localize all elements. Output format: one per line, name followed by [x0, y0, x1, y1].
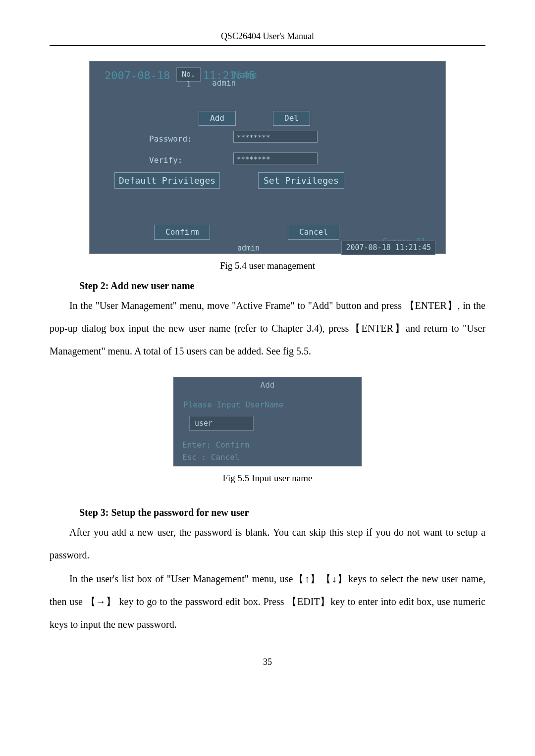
- password-input[interactable]: ********: [233, 131, 318, 143]
- bottom-admin-label: admin: [237, 243, 260, 254]
- user-management-screenshot: 2007-08-18 Sat 11:21:45 No. Name 1 admin…: [89, 61, 446, 254]
- set-privileges-button[interactable]: Set Privileges: [258, 172, 344, 189]
- step2-paragraph: In the "User Management" menu, move "Act…: [50, 294, 485, 362]
- enter-hint: Enter: Confirm: [182, 439, 249, 451]
- step2-heading: Step 2: Add new user name: [79, 278, 485, 293]
- cancel-button[interactable]: Cancel: [288, 225, 339, 240]
- page-number: 35: [50, 655, 485, 669]
- user-admin-label: admin: [212, 77, 236, 89]
- step3-heading: Step 3: Setup the password for new user: [79, 505, 485, 520]
- password-label: Password:: [149, 133, 192, 145]
- name-label: Name: [233, 67, 257, 82]
- bottom-datetime: 2007-08-18 11:21:45: [341, 241, 435, 255]
- add-button[interactable]: Add: [199, 111, 236, 126]
- fig-5-5-caption: Fig 5.5 Input user name: [50, 471, 485, 486]
- add-dialog-title: Add: [173, 379, 362, 391]
- confirm-button[interactable]: Confirm: [154, 225, 210, 240]
- page-header: QSC26404 User's Manual: [50, 30, 485, 43]
- verify-label: Verify:: [149, 154, 182, 166]
- verify-input[interactable]: ********: [233, 152, 318, 164]
- header-divider: [50, 45, 485, 46]
- del-button[interactable]: Del: [273, 111, 310, 126]
- esc-hint: Esc : Cancel: [182, 452, 240, 463]
- please-input-label: Please Input UserName: [183, 399, 283, 411]
- user-number: 1: [186, 79, 191, 91]
- username-input[interactable]: user: [189, 416, 254, 431]
- step3-paragraph1: After you add a new user, the password i…: [50, 521, 485, 566]
- step3-paragraph2: In the user's list box of "User Manageme…: [50, 567, 485, 636]
- default-privileges-button[interactable]: Default Privileges: [114, 172, 220, 189]
- input-username-screenshot: Add Please Input UserName user Enter: Co…: [173, 377, 362, 466]
- fig-5-4-caption: Fig 5.4 user management: [50, 259, 485, 273]
